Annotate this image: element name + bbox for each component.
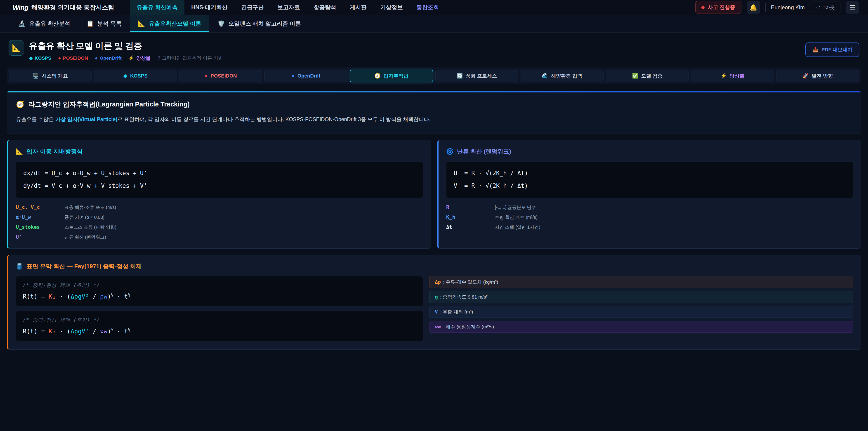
subnav-pill[interactable]: ✅모델 검증 [606, 70, 689, 82]
legend-term: R [446, 204, 495, 210]
param-desc: : 해수 동점성계수 (m²/s) [443, 324, 494, 330]
fay-code-column: /* 중력-관성 체제 (초기) */R(t) = K₁ · (ΔρgV² / … [16, 276, 423, 341]
formula-segment: ρw [100, 293, 107, 300]
governing-code-block: dx/dt = U_c + α·U_w + U_stokes + U'dy/dt… [16, 161, 423, 198]
nav-item[interactable]: 보고자료 [271, 0, 307, 15]
pill-label: 시스템 개요 [42, 72, 68, 79]
tab-item[interactable]: 🛡️오일펜스 배치 알고리즘 이론 [209, 15, 309, 32]
formula-segment: ) [107, 328, 111, 335]
main-content: 📐 유출유 확산 모델 이론 및 검증 ◆KOSPS●POSEIDON●Open… [0, 33, 868, 350]
tab-item[interactable]: 📋분석 목록 [78, 15, 129, 32]
fay-code-block: /* 중력-관성 체제 (초기) */R(t) = K₁ · (ΔρgV² / … [16, 276, 423, 306]
pill-label: 앙상블 [730, 72, 745, 79]
legend-desc: 표층 해류·조류 속도 (m/s) [64, 204, 116, 210]
legend-term: U' [16, 234, 64, 240]
model-badge: ●POSEIDON [58, 55, 88, 61]
turbulence-title-text: 난류 확산 (랜덤워크) [457, 148, 511, 155]
secondary-tab-bar: 🔬유출유 확산분석📋분석 목록📐유출유확산모델 이론🛡️오일펜스 배치 알고리즘… [0, 15, 868, 33]
nav-item[interactable]: 긴급구난 [235, 0, 271, 15]
turbulence-code-block: U' = R · √(2K_h / Δt)V' = R · √(2K_h / Δ… [446, 161, 853, 198]
badge-icon: ◆ [29, 55, 33, 61]
code-line: U' = R · √(2K_h / Δt) [454, 167, 846, 180]
formula-segment: ΔρgV² [70, 293, 89, 300]
logout-button[interactable]: 로그아웃 [810, 2, 840, 13]
badge-label: KOSPS [35, 55, 51, 61]
subnav-pill[interactable]: ⚡앙상블 [691, 70, 774, 82]
pill-label: 모델 검증 [641, 72, 662, 79]
badge-label: POSEIDON [63, 55, 88, 61]
param-desc: : 유류-해수 밀도차 (kg/m³) [443, 279, 498, 285]
legend-row: Δt시간 스텝 (일반 1시간) [446, 224, 853, 230]
badge-icon: ⚡ [128, 55, 134, 61]
subnav-pill[interactable]: 🚀발전 방향 [776, 70, 859, 82]
param-term: Δρ [435, 279, 441, 285]
page-header: 📐 유출유 확산 모델 이론 및 검증 ◆KOSPS●POSEIDON●Open… [8, 40, 860, 61]
subnav-pill[interactable]: ●OpenDrift [265, 70, 347, 82]
formula-segment: ⅙ [111, 328, 113, 332]
param-row: g: 중력가속도 9.81 m/s² [429, 291, 853, 303]
tab-item[interactable]: 📐유출유확산모델 이론 [130, 15, 209, 32]
formula-segment: ¼ [111, 293, 113, 297]
subnav-pill[interactable]: 🌊해양환경 입력 [521, 70, 603, 82]
subnav-pill[interactable]: ◆KOSPS [94, 70, 177, 82]
subnav-pill[interactable]: 🖥️시스템 개요 [9, 70, 92, 82]
compass-icon: 🧭 [374, 73, 380, 79]
pill-label: 입자추적법 [383, 72, 408, 79]
formula-segment: / [89, 328, 100, 335]
legend-desc: 풍류 기여 (α ≈ 0.03) [64, 214, 104, 220]
code-comment: /* 중력-관성 체제 (초기) */ [23, 282, 416, 288]
legend-row: K_h수평 확산 계수 (m²/s) [446, 214, 853, 220]
model-badge: ◆KOSPS [29, 55, 51, 61]
diamond-icon: ◆ [123, 73, 127, 79]
legend-row: U_c, V_c표층 해류·조류 속도 (m/s) [16, 204, 423, 210]
cycle-icon: 🔄 [457, 73, 463, 79]
legend-term: U_stokes [16, 224, 64, 230]
formula-segment: R(t) = [23, 328, 49, 335]
fay-spreading-card: 🛢️ 표면 유막 확산 — Fay(1971) 중력-점성 체제 /* 중력-관… [7, 255, 861, 350]
subnav-pill[interactable]: ●POSEIDON [179, 70, 262, 82]
formula-segment: K₂ [49, 328, 56, 335]
nav-item[interactable]: 게시판 [343, 0, 373, 15]
code-line: dx/dt = U_c + α·U_w + U_stokes + U' [23, 167, 415, 180]
intro-title: 🧭 라그랑지안 입자추적법(Lagrangian Particle Tracki… [16, 100, 852, 109]
incident-status-badge[interactable]: 사고 진행중 [695, 1, 741, 14]
formula-segment: R(t) = [23, 293, 49, 300]
nav-item[interactable]: 유출유 확산예측 [130, 0, 184, 15]
microscope-icon: 🔬 [18, 20, 25, 27]
section-pill-nav: 🖥️시스템 개요◆KOSPS●POSEIDON●OpenDrift🧭입자추적법🔄… [7, 68, 861, 84]
tab-item[interactable]: 🔬유출유 확산분석 [10, 15, 78, 32]
nav-item[interactable]: 통합조회 [410, 0, 446, 15]
subnav-pill[interactable]: 🧭입자추적법 [350, 70, 433, 82]
param-desc: : 유출 체적 (m³) [440, 309, 473, 315]
formula-segment: · t [113, 328, 128, 335]
formula-segment: ¼ [128, 328, 130, 332]
param-row: νw: 해수 동점성계수 (m²/s) [429, 321, 853, 333]
turbulence-card-title: 🌀 난류 확산 (랜덤워크) [446, 148, 853, 155]
subnav-pill[interactable]: 🔄풍화 프로세스 [435, 70, 518, 82]
menu-button[interactable]: ☰ [846, 1, 859, 14]
top-navigation-bar: Wing 해양환경 위기대응 통합시스템 유출유 확산예측HNS·대기확산긴급구… [0, 0, 868, 15]
notifications-button[interactable]: 🔔 [747, 1, 760, 14]
triangle-ruler-icon: 📐 [138, 20, 145, 27]
pill-label: POSEIDON [211, 73, 237, 79]
primary-nav: 유출유 확산예측HNS·대기확산긴급구난보고자료항공탐색게시판기상정보통합조회 [130, 0, 446, 15]
nav-item[interactable]: HNS·대기확산 [184, 0, 235, 15]
model-badge-row: ◆KOSPS●POSEIDON●OpenDrift⚡앙상블라그랑지안 입자추적 … [29, 55, 223, 61]
pdf-export-button[interactable]: 📤 PDF 내보내기 [805, 42, 860, 57]
formula-segment: · ( [56, 293, 70, 300]
intro-highlight: 가상 입자(Virtual Particle) [55, 116, 117, 122]
page-header-text: 유출유 확산 모델 이론 및 검증 ◆KOSPS●POSEIDON●OpenDr… [29, 40, 223, 61]
param-row: V: 유출 체적 (m³) [429, 306, 853, 318]
intro-body: 유출유를 수많은 가상 입자(Virtual Particle)로 표현하여, … [16, 115, 852, 124]
badge-icon: ● [95, 55, 98, 61]
nav-item[interactable]: 기상정보 [373, 0, 410, 15]
param-term: νw [435, 324, 441, 330]
shield-icon: 🛡️ [217, 20, 225, 27]
pdf-export-label: PDF 내보내기 [822, 46, 852, 53]
fay-grid: /* 중력-관성 체제 (초기) */R(t) = K₁ · (ΔρgV² / … [16, 276, 853, 341]
circle-icon: ● [291, 73, 294, 79]
legend-term: U_c, V_c [16, 204, 64, 210]
fay-code-block: /* 중력-점성 체제 (후기) */R(t) = K₂ · (ΔρgV² / … [16, 311, 423, 341]
nav-item[interactable]: 항공탐색 [307, 0, 343, 15]
badge-icon: ● [58, 55, 61, 61]
